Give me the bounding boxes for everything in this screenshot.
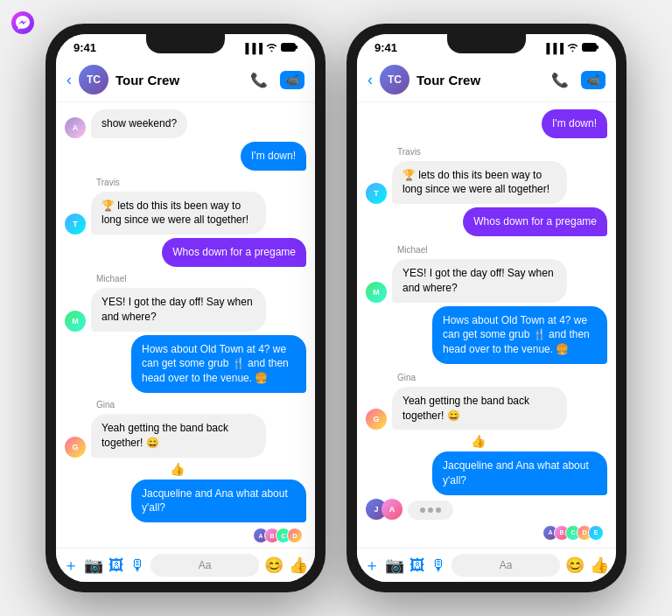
messages-area-2: I'm down! Travis T 🏆 lets do this its be… [357, 102, 616, 548]
back-button-2[interactable]: ‹ [368, 71, 373, 89]
signal-icon-1: ▐▐▐ [242, 43, 262, 53]
message-row: Hows about Old Town at 4? we can get som… [366, 306, 607, 364]
message-bubble: Jacqueline and Ana what about y'all? [432, 452, 607, 495]
back-button-1[interactable]: ‹ [66, 71, 72, 89]
wifi-icon-1 [266, 43, 277, 53]
typing-bubble [408, 500, 453, 520]
message-bubble: show weekend? [91, 109, 187, 138]
typing-indicator-row: J A [366, 499, 607, 520]
typing-dot [420, 508, 425, 513]
message-row: G Yeah getting the band back together! 😄 [366, 387, 607, 430]
group-name-1: Tour Crew [116, 73, 243, 88]
message-row: G Yeah getting the band back together! 😄 [65, 414, 306, 458]
message-bubble: 🏆 lets do this its been way to long sinc… [392, 161, 567, 205]
phone-1: 9:41 ▐▐▐ ‹ TC Tour Crew 📞 📹 [46, 24, 326, 592]
avatar: T [366, 183, 387, 204]
header-actions-2: 📞 📹 [551, 71, 606, 89]
message-row: I'm down! [366, 109, 607, 138]
messenger-icon [10, 10, 35, 35]
message-row: Jacqueline and Ana what about y'all? [366, 452, 607, 495]
emoji-icon-2[interactable]: 😊 [565, 556, 584, 575]
message-bubble: Whos down for a pregame [463, 207, 607, 236]
message-bubble: Yeah getting the band back together! 😄 [91, 414, 266, 458]
video-button-2[interactable]: 📹 [581, 71, 606, 89]
svg-rect-4 [597, 46, 598, 49]
emoji-icon-1[interactable]: 😊 [264, 556, 284, 575]
text-input-1[interactable]: Aa [150, 554, 259, 577]
group-avatar-1: TC [79, 65, 108, 94]
wifi-icon-2 [567, 43, 578, 53]
avatar: G [366, 409, 387, 430]
message-row: M YES! I got the day off! Say when and w… [366, 259, 607, 303]
signal-icon-2: ▐▐▐ [543, 43, 564, 53]
avatar: A [382, 499, 402, 520]
message-row: M YES! I got the day off! Say when and w… [65, 288, 306, 332]
camera-icon-1[interactable]: 📷 [84, 556, 103, 575]
chat-header-2: ‹ TC Tour Crew 📞 📹 [357, 58, 616, 102]
typing-dot [436, 508, 441, 513]
status-icons-1: ▐▐▐ [242, 43, 298, 53]
typing-dot [428, 508, 433, 513]
status-icons-2: ▐▐▐ [543, 43, 598, 53]
input-bar-1: ＋ 📷 🖼 🎙 Aa 😊 👍 [56, 548, 315, 582]
video-button-1[interactable]: 📹 [280, 71, 304, 89]
notch-2 [447, 34, 526, 53]
message-bubble: Hows about Old Town at 4? we can get som… [432, 306, 607, 364]
message-bubble: Yeah getting the band back together! 😄 [392, 387, 567, 430]
phone-2: 9:41 ▐▐▐ ‹ TC Tour Crew 📞 📹 [346, 24, 626, 592]
message-bubble: Hows about Old Town at 4? we can get som… [131, 335, 306, 393]
message-bubble: YES! I got the day off! Say when and whe… [392, 259, 567, 303]
message-bubble: I'm down! [241, 142, 306, 171]
battery-icon-1 [281, 43, 298, 53]
sender-name: Michael [96, 274, 306, 284]
message-row: Whos down for a pregame [366, 207, 607, 236]
input-bar-2: ＋ 📷 🖼 🎙 Aa 😊 👍 [357, 548, 616, 582]
message-bubble: Whos down for a pregame [162, 238, 306, 267]
messages-area-1: A show weekend? I'm down! Travis T 🏆 let… [56, 102, 315, 548]
message-row: I'm down! [65, 142, 306, 171]
photo-icon-2[interactable]: 🖼 [410, 556, 425, 575]
svg-point-0 [11, 11, 34, 34]
battery-icon-2 [582, 43, 598, 53]
group-avatar-2: TC [380, 65, 410, 94]
avatar: T [65, 214, 86, 234]
camera-icon-2[interactable]: 📷 [385, 556, 404, 575]
svg-rect-2 [296, 46, 298, 49]
phone-2-screen: 9:41 ▐▐▐ ‹ TC Tour Crew 📞 📹 [357, 34, 616, 582]
avatar: G [65, 437, 86, 458]
message-row: T 🏆 lets do this its been way to long si… [65, 192, 306, 235]
message-row: A show weekend? [65, 109, 306, 138]
chat-header-1: ‹ TC Tour Crew 📞 📹 [56, 58, 315, 102]
text-input-2[interactable]: Aa [452, 554, 560, 577]
status-time-1: 9:41 [74, 41, 96, 54]
message-row: T 🏆 lets do this its been way to long si… [366, 161, 607, 205]
avatar: M [366, 282, 387, 303]
thumb-icon-1[interactable]: 👍 [289, 556, 308, 575]
avatar: M [65, 311, 86, 332]
message-bubble: Jacqueline and Ana what about y'all? [131, 480, 306, 523]
thumb-icon-2[interactable]: 👍 [590, 556, 609, 575]
message-row: Whos down for a pregame [65, 238, 306, 267]
sender-name: Gina [397, 373, 607, 382]
mic-icon-2[interactable]: 🎙 [430, 556, 446, 575]
avatar: A [65, 117, 86, 138]
sender-name: Travis [96, 178, 306, 187]
mic-icon-1[interactable]: 🎙 [130, 556, 145, 575]
sender-name: Gina [96, 400, 306, 410]
message-bubble: 🏆 lets do this its been way to long sinc… [91, 192, 266, 235]
photo-icon-1[interactable]: 🖼 [108, 556, 124, 575]
notch-1 [146, 34, 225, 53]
phone-1-screen: 9:41 ▐▐▐ ‹ TC Tour Crew 📞 📹 [56, 34, 315, 582]
svg-rect-1 [282, 43, 296, 51]
sender-name: Michael [397, 245, 607, 255]
message-row: Jacqueline and Ana what about y'all? [65, 480, 306, 523]
call-button-2[interactable]: 📞 [551, 72, 569, 88]
message-row: Hows about Old Town at 4? we can get som… [65, 335, 306, 393]
call-button-1[interactable]: 📞 [250, 72, 268, 88]
message-bubble: YES! I got the day off! Say when and whe… [91, 288, 266, 332]
svg-rect-3 [583, 43, 597, 51]
plus-icon-2[interactable]: ＋ [364, 555, 380, 576]
header-actions-1: 📞 📹 [250, 71, 304, 89]
plus-icon-1[interactable]: ＋ [63, 555, 79, 576]
group-name-2: Tour Crew [416, 73, 544, 88]
